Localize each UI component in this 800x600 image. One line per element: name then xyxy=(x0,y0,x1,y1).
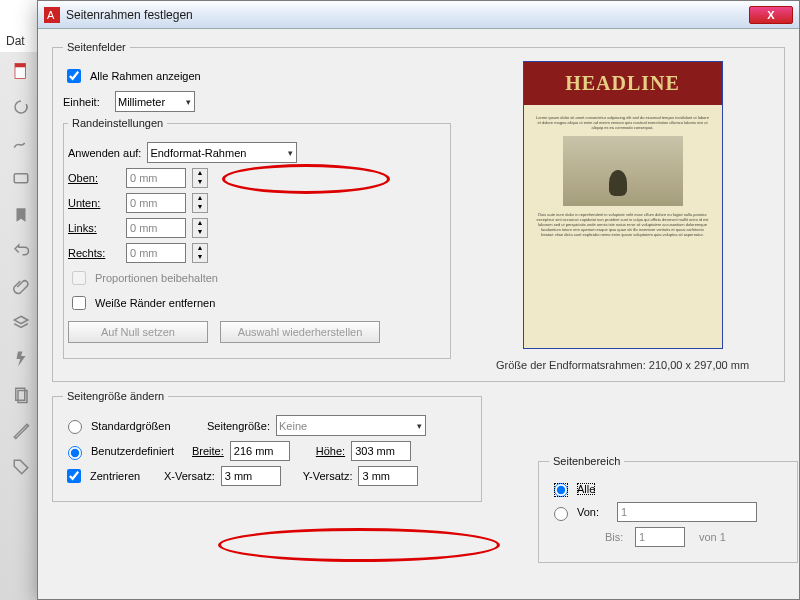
range-from-label: Von: xyxy=(577,506,611,518)
svg-text:A: A xyxy=(47,9,55,21)
tool-sidebar xyxy=(0,52,42,600)
preview-caption: Größe der Endformatsrahmen: 210,00 x 297… xyxy=(471,359,774,371)
page-size-legend: Seitengröße ändern xyxy=(63,390,168,402)
yoffset-label: Y-Versatz: xyxy=(303,470,353,482)
show-all-frames-checkbox[interactable] xyxy=(67,69,81,83)
custom-size-radio[interactable] xyxy=(68,446,82,460)
app-menu-hint[interactable]: Dat xyxy=(6,34,25,48)
center-label: Zentrieren xyxy=(90,470,158,482)
undo-icon[interactable] xyxy=(8,238,34,264)
pdf-icon: A xyxy=(44,7,60,23)
custom-size-label: Benutzerdefiniert xyxy=(91,445,186,457)
xoffset-input[interactable] xyxy=(221,466,281,486)
yoffset-input[interactable] xyxy=(358,466,418,486)
preview-headline: HEADLINE xyxy=(524,62,722,105)
dialog-titlebar: A Seitenrahmen festlegen X xyxy=(38,1,799,29)
bookmark-icon[interactable] xyxy=(8,202,34,228)
comment-icon[interactable] xyxy=(8,166,34,192)
std-size-radio[interactable] xyxy=(68,420,82,434)
margin-group: Randeinstellungen Anwenden auf: Endforma… xyxy=(63,117,451,359)
width-label: Breite: xyxy=(192,445,224,457)
range-from-radio[interactable] xyxy=(554,507,568,521)
top-label: Oben: xyxy=(68,172,120,184)
range-of-label: von 1 xyxy=(699,531,726,543)
reload-icon[interactable] xyxy=(8,94,34,120)
height-input[interactable] xyxy=(351,441,411,461)
signature-icon[interactable] xyxy=(8,130,34,156)
range-all-radio[interactable] xyxy=(554,483,568,497)
bottom-input[interactable] xyxy=(126,193,186,213)
center-checkbox[interactable] xyxy=(67,469,81,483)
bottom-label: Unten: xyxy=(68,197,120,209)
unit-select[interactable]: Millimeter xyxy=(115,91,195,112)
left-input[interactable] xyxy=(126,218,186,238)
apply-to-select[interactable]: Endformat-Rahmen xyxy=(147,142,297,163)
right-spinner[interactable]: ▲▼ xyxy=(192,243,208,263)
width-input[interactable] xyxy=(230,441,290,461)
constrain-checkbox[interactable] xyxy=(72,271,86,285)
page-range-group: Seitenbereich Alle Von: Bis: von 1 xyxy=(538,455,798,563)
constrain-label: Proportionen beibehalten xyxy=(95,272,218,284)
remove-white-checkbox[interactable] xyxy=(72,296,86,310)
height-label: Höhe: xyxy=(316,445,345,457)
page-fields-legend: Seitenfelder xyxy=(63,41,130,53)
attach-icon[interactable] xyxy=(8,274,34,300)
flash-icon[interactable] xyxy=(8,346,34,372)
xoffset-label: X-Versatz: xyxy=(164,470,215,482)
page-boxes-dialog: A Seitenrahmen festlegen X Seitenfelder … xyxy=(37,0,800,600)
page-range-legend: Seitenbereich xyxy=(549,455,624,467)
svg-rect-1 xyxy=(15,64,26,68)
top-input[interactable] xyxy=(126,168,186,188)
page-fields-group: Seitenfelder Alle Rahmen anzeigen Einhei… xyxy=(52,41,785,382)
preview-body: Lorem ipsum dolor sit amet consectetur a… xyxy=(524,105,722,247)
range-to-input[interactable] xyxy=(635,527,685,547)
pages-icon[interactable] xyxy=(8,382,34,408)
range-from-input[interactable] xyxy=(617,502,757,522)
dialog-title: Seitenrahmen festlegen xyxy=(66,8,749,22)
margin-legend: Randeinstellungen xyxy=(68,117,167,129)
page-preview: HEADLINE Lorem ipsum dolor sit amet cons… xyxy=(523,61,723,349)
top-spinner[interactable]: ▲▼ xyxy=(192,168,208,188)
left-spinner[interactable]: ▲▼ xyxy=(192,218,208,238)
page-size-group: Seitengröße ändern Standardgrößen Seiten… xyxy=(52,390,482,502)
tag-icon[interactable] xyxy=(8,454,34,480)
pagesize-label: Seitengröße: xyxy=(207,420,270,432)
range-all-label: Alle xyxy=(577,483,595,495)
bottom-spinner[interactable]: ▲▼ xyxy=(192,193,208,213)
preview-image xyxy=(563,136,683,206)
right-input[interactable] xyxy=(126,243,186,263)
layers-icon[interactable] xyxy=(8,310,34,336)
show-all-frames-label: Alle Rahmen anzeigen xyxy=(90,70,201,82)
pagesize-select[interactable]: Keine xyxy=(276,415,426,436)
reset-button[interactable]: Auf Null setzen xyxy=(68,321,208,343)
measure-icon[interactable] xyxy=(8,418,34,444)
revert-button[interactable]: Auswahl wiederherstellen xyxy=(220,321,380,343)
left-label: Links: xyxy=(68,222,120,234)
right-label: Rechts: xyxy=(68,247,120,259)
dialog-body: Seitenfelder Alle Rahmen anzeigen Einhei… xyxy=(38,29,799,514)
annotation-ring-2 xyxy=(218,528,500,562)
close-button[interactable]: X xyxy=(749,6,793,24)
svg-rect-2 xyxy=(14,174,28,183)
apply-to-label: Anwenden auf: xyxy=(68,147,141,159)
page-icon[interactable] xyxy=(8,58,34,84)
range-to-label: Bis: xyxy=(605,531,629,543)
remove-white-label: Weiße Ränder entfernen xyxy=(95,297,215,309)
std-size-label: Standardgrößen xyxy=(91,420,201,432)
unit-label: Einheit: xyxy=(63,96,109,108)
